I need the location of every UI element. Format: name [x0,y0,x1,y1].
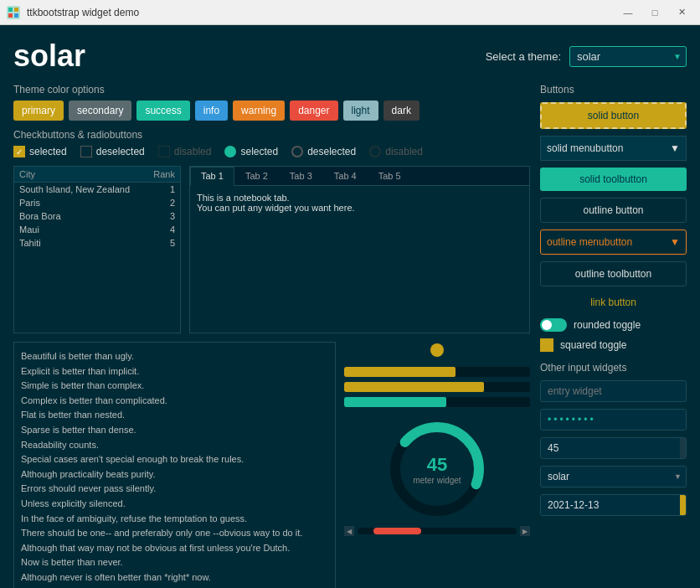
table-row[interactable]: South Island, New Zealand 1 [14,183,180,196]
text-line: Beautiful is better than ugly. [21,349,328,364]
primary-color-btn[interactable]: primary [13,101,64,121]
main-content: solar Select a theme: solar Theme color … [0,25,700,588]
radio-selected-icon[interactable] [224,146,236,157]
success-color-btn[interactable]: success [136,101,189,121]
checkbox-deselected-item: deselected [80,146,145,157]
maximize-button[interactable]: □ [643,4,667,21]
solid-menubutton-label: solid menubutton [547,142,623,154]
datepicker-input[interactable] [541,495,680,515]
close-button[interactable]: ✕ [670,4,693,21]
theme-colors-section: Theme color options primary secondary su… [13,84,530,121]
entry-widget[interactable] [540,380,687,402]
notebook-tabs: Tab 1 Tab 2 Tab 3 Tab 4 Tab 5 [190,167,529,186]
calendar-icon[interactable]: 📅 [680,495,687,515]
tab-1[interactable]: Tab 1 [190,167,234,186]
circular-meter-wrap: 45 meter widget [344,419,530,519]
tab-4[interactable]: Tab 4 [323,167,368,185]
warning-color-btn[interactable]: warning [233,101,285,121]
theme-dropdown[interactable]: solar [569,46,687,67]
squared-toggle[interactable] [540,338,553,352]
spinbox-input[interactable] [541,438,680,458]
content-area: Theme color options primary secondary su… [13,84,687,588]
app-icon [7,6,20,19]
horizontal-scrollbar[interactable] [358,528,517,534]
outline-button[interactable]: outline button [540,198,687,223]
table-cell-city: Bora Bora [19,211,61,221]
indicator-dot [429,342,445,358]
text-line: Although that way may not be obvious at … [21,541,328,556]
progress-fill-2 [344,382,484,392]
text-line: Although never is often better than *rig… [21,570,328,585]
solid-toolbutton[interactable]: solid toolbutton [540,168,687,191]
solid-menubutton[interactable]: solid menubutton ▼ [540,136,687,161]
light-color-btn[interactable]: light [343,101,378,121]
danger-color-btn[interactable]: danger [290,101,337,121]
text-line: Explicit is better than implicit. [21,364,328,379]
checkbox-selected-icon[interactable]: ✓ [13,146,25,157]
text-line: Readability counts. [21,438,328,453]
table-cell-rank: 2 [170,198,175,208]
buttons-panel-title: Buttons [540,84,687,95]
middle-row: City Rank South Island, New Zealand 1 Pa… [13,166,530,333]
text-line: There should be one-- and preferably onl… [21,526,328,541]
dark-color-btn[interactable]: dark [383,101,419,121]
radio-deselected-item: deselected [291,146,356,157]
password-widget[interactable] [540,409,687,431]
table-row[interactable]: Paris 2 [14,196,180,209]
scroll-thumb [373,528,421,534]
progress-fill-1 [344,367,456,377]
table-cell-rank: 1 [170,184,175,194]
tab-3[interactable]: Tab 3 [279,167,323,185]
table-header: City Rank [14,167,180,183]
app-title: solar [13,39,85,74]
theme-dropdown-wrap: solar [569,46,687,67]
rounded-toggle[interactable] [540,318,567,332]
text-line: Errors should never pass silently. [21,482,328,497]
scroll-right-arrow[interactable]: ▶ [520,526,530,536]
checkbox-disabled-icon [158,146,170,157]
table-row[interactable]: Tahiti 5 [14,236,180,250]
outline-toolbutton[interactable]: outline toolbutton [540,261,687,286]
tab-2[interactable]: Tab 2 [234,167,279,185]
checkbuttons-section: Checkbuttons & radiobuttons ✓ selected d… [13,129,530,157]
secondary-color-btn[interactable]: secondary [69,101,131,121]
checkbox-deselected-icon[interactable] [80,146,92,157]
squared-toggle-label: squared toggle [560,339,626,351]
radio-deselected-icon[interactable] [291,146,303,157]
meter-text: meter widget [413,476,461,485]
radio-disabled-icon [369,146,381,157]
window-title: ttkbootstrap widget demo [27,7,610,18]
outline-menubutton-label: outline menubutton [547,236,632,248]
checkbuttons-title: Checkbuttons & radiobuttons [13,129,530,141]
tab-5[interactable]: Tab 5 [368,167,412,185]
right-panel: Buttons solid button solid menubutton ▼ … [540,84,687,588]
solid-button[interactable]: solid button [540,102,687,129]
header: solar Select a theme: solar [13,39,687,74]
table-row[interactable]: Maui 4 [14,223,180,236]
info-color-btn[interactable]: info [195,101,228,121]
table-cell-city: Paris [19,198,40,208]
combobox-wrap: solar [540,466,687,487]
combobox-input[interactable]: solar [540,466,687,487]
minimize-button[interactable]: — [616,4,640,21]
link-button[interactable]: link button [540,293,687,312]
theme-select-area: Select a theme: solar [486,46,687,67]
outline-menubutton[interactable]: outline menubutton ▼ [540,230,687,255]
input-widgets-title: Other input widgets [540,362,687,374]
text-area: Beautiful is better than ugly. Explicit … [13,342,336,588]
radio-selected-item: selected [224,146,278,157]
radio-disabled-label: disabled [385,146,423,157]
rounded-toggle-label: rounded toggle [574,319,641,331]
spinbox-down-btn[interactable]: ▼ [680,448,687,458]
scroll-left-arrow[interactable]: ◀ [344,526,354,536]
table-row[interactable]: Bora Bora 3 [14,209,180,223]
checkbox-deselected-label: deselected [96,146,145,157]
notebook-line1: This is a notebook tab. [197,193,522,203]
radio-deselected-label: deselected [307,146,356,157]
checkbox-disabled-item: disabled [158,146,212,157]
table-cell-city: Maui [19,224,39,235]
theme-colors-title: Theme color options [13,84,530,95]
spinbox-up-btn[interactable]: ▲ [680,438,687,448]
svg-rect-1 [8,8,13,12]
checkbox-selected-label: selected [29,146,67,157]
